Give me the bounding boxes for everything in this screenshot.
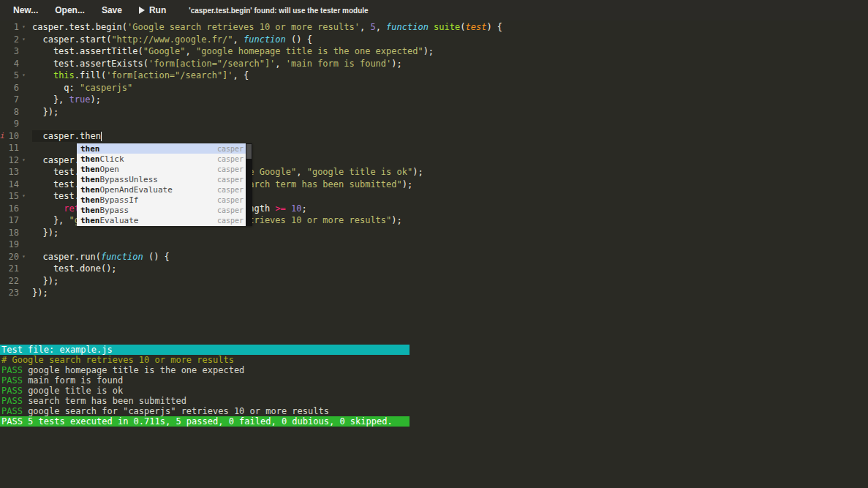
code-text: casper.then	[32, 130, 102, 143]
line-number: 14	[4, 179, 19, 191]
code-line[interactable]: 2▾ casper.start("http://www.google.fr/",…	[0, 34, 868, 46]
fold-toggle-icon[interactable]: ▾	[19, 34, 32, 46]
autocomplete-item-prefix: then	[80, 206, 100, 215]
code-token: 'Google search retrieves 10 or more resu…	[127, 22, 360, 32]
autocomplete-item[interactable]: thenClickcasper	[77, 154, 252, 164]
autocomplete-item-suffix: Click	[100, 154, 124, 164]
autocomplete-item[interactable]: thenBypasscasper	[77, 206, 252, 216]
autocomplete-scrollbar[interactable]	[246, 143, 252, 226]
code-text: q: "casperjs"	[32, 82, 132, 94]
autocomplete-popup[interactable]: thencasperthenClickcasperthenOpencaspert…	[77, 143, 252, 226]
fold-toggle-icon[interactable]: ▾	[19, 251, 32, 263]
code-line[interactable]: 1▾casper.test.begin('Google search retri…	[0, 21, 868, 34]
code-token: ;	[302, 203, 307, 214]
code-line[interactable]: 18 });	[0, 227, 868, 239]
console-pass-text: google search for "casperjs" retrieves 1…	[28, 406, 329, 416]
code-line[interactable]: 5▾ this.fill('form[action="/search"]', {	[0, 70, 868, 82]
code-line[interactable]: 3 test.assertTitle("Google", "google hom…	[0, 45, 868, 58]
code-token: "casperjs"	[80, 83, 132, 93]
code-token: 'form[action="/search"]'	[106, 70, 233, 80]
autocomplete-item[interactable]: thenOpencasper	[77, 164, 252, 174]
pass-badge: PASS	[1, 406, 28, 416]
line-number: 20	[4, 251, 19, 263]
open-button[interactable]: Open...	[55, 5, 85, 15]
code-text: casper.start("http://www.google.fr/", fu…	[32, 34, 312, 46]
autocomplete-item[interactable]: thenBypassIfcasper	[77, 195, 252, 206]
new-button[interactable]: New...	[13, 5, 38, 15]
autocomplete-item-meta: casper	[217, 217, 244, 225]
autocomplete-item-prefix: then	[80, 175, 100, 184]
code-token: ,	[275, 59, 285, 69]
code-token: test	[465, 22, 486, 32]
console-pass-line: PASS main form is found	[0, 375, 410, 386]
code-token: casper.run(	[32, 252, 101, 262]
code-line[interactable]: 20▾ casper.run(function () {	[0, 251, 868, 263]
autocomplete-item[interactable]: thenOpenAndEvaluatecasper	[77, 185, 252, 195]
run-button[interactable]: Run	[139, 5, 166, 15]
text-cursor	[101, 132, 102, 141]
code-line[interactable]: 8 });	[0, 106, 868, 119]
code-token: >=	[275, 203, 285, 214]
autocomplete-scrollbar-thumb[interactable]	[246, 144, 252, 159]
console-result-bar: PASS 5 tests executed in 0.711s, 5 passe…	[0, 416, 410, 427]
code-token: 10	[291, 203, 301, 214]
code-token: );	[412, 167, 423, 177]
fold-toggle-icon[interactable]: ▾	[19, 190, 32, 203]
fold-spacer	[19, 94, 32, 106]
code-text: casper.run(function () {	[32, 251, 170, 263]
code-token: "google title is ok"	[307, 167, 413, 177]
fold-spacer	[19, 58, 32, 70]
console-test-file-bar: Test file: example.js	[0, 345, 410, 355]
console-pass-text: search term has been submitted	[28, 396, 186, 406]
save-button[interactable]: Save	[102, 5, 122, 15]
autocomplete-item[interactable]: thenEvaluatecasper	[77, 216, 252, 226]
code-line[interactable]: 7 }, true);	[0, 94, 868, 106]
line-number: 16	[4, 203, 19, 215]
code-token: test.assertExists(	[32, 59, 148, 69]
pass-badge: PASS	[1, 375, 28, 386]
code-line[interactable]: 4 test.assertExists('form[action="/searc…	[0, 58, 868, 70]
code-token: suite	[434, 22, 460, 32]
fold-spacer	[19, 179, 32, 191]
code-line[interactable]: 21 test.done();	[0, 263, 868, 275]
line-number: 13	[4, 166, 19, 179]
fold-toggle-icon[interactable]: ▾	[19, 21, 32, 34]
console-output: Test file: example.js# Google search ret…	[0, 345, 410, 427]
code-token	[32, 203, 64, 214]
code-token: , {	[233, 70, 249, 80]
fold-spacer	[19, 275, 32, 288]
code-token: );	[423, 46, 434, 56]
fold-spacer	[19, 130, 32, 143]
autocomplete-item[interactable]: thenBypassUnlesscasper	[77, 174, 252, 184]
code-token: 5	[370, 22, 375, 32]
code-token: );	[402, 179, 412, 189]
code-line[interactable]: 23});	[0, 287, 868, 299]
fold-toggle-icon[interactable]: ▾	[19, 154, 32, 167]
line-number: 11	[4, 142, 19, 154]
code-line[interactable]: 22 });	[0, 275, 868, 288]
code-line[interactable]: 19	[0, 239, 868, 251]
play-icon	[139, 7, 145, 14]
fold-spacer	[19, 239, 32, 251]
status-message: 'casper.test.begin' found: will use the …	[189, 7, 368, 15]
autocomplete-item-meta: casper	[217, 165, 244, 173]
autocomplete-item[interactable]: thencasper	[77, 143, 252, 154]
line-number: 21	[4, 263, 19, 275]
code-text: this.fill('form[action="/search"]', {	[32, 70, 249, 82]
code-text: test.done();	[32, 263, 117, 275]
code-line[interactable]: 9	[0, 118, 868, 130]
line-number: 1	[4, 21, 19, 34]
code-line[interactable]: i10 casper.then	[0, 130, 868, 143]
line-number: 5	[4, 70, 19, 82]
code-token: test.done();	[32, 263, 117, 274]
code-token: });	[32, 288, 48, 298]
code-token: casper.start(	[32, 34, 111, 45]
line-number: 7	[4, 94, 19, 106]
autocomplete-item-suffix: BypassUnless	[100, 175, 158, 184]
code-line[interactable]: 6 q: "casperjs"	[0, 82, 868, 94]
autocomplete-item-meta: casper	[217, 186, 244, 194]
fold-toggle-icon[interactable]: ▾	[19, 70, 32, 82]
fold-spacer	[19, 214, 32, 227]
pass-badge: PASS	[1, 386, 28, 396]
code-token: ,	[186, 46, 196, 56]
